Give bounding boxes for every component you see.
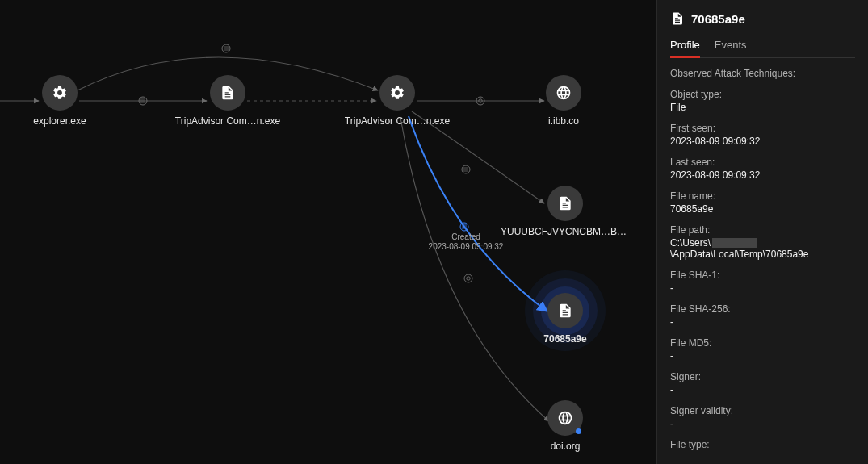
file-icon [670,11,685,26]
node-ibb[interactable]: i.ibb.co [499,75,628,127]
object-type-value: File [670,102,855,113]
node-label: i.ibb.co [548,115,579,127]
file-icon [547,293,583,328]
node-70685a9e[interactable]: 70685a9e [501,293,630,345]
file-icon [547,186,583,221]
signer-value: - [670,384,855,395]
signer-validity-value: - [670,418,855,429]
redacted-block [712,238,757,248]
file-md5-label: File MD5: [670,337,855,349]
edge-label-created: Created 2023-08-09 09:09:32 [429,232,504,252]
file-path-pre: C:\Users\ [670,237,711,249]
node-doi[interactable]: doi.org [501,400,630,452]
node-label: doi.org [551,441,581,452]
panel-header: 70685a9e [670,11,855,26]
node-label: TripAdvisor Com…n.exe [345,115,450,127]
first-seen-value: 2023-08-09 09:09:32 [670,136,855,147]
observed-attack-label: Observed Attack Techniques: [670,68,855,79]
signer-label: Signer: [670,371,855,382]
object-type-label: Object type: [670,89,855,100]
last-seen-label: Last seen: [670,157,855,168]
file-sha256-label: File SHA-256: [670,303,855,315]
file-sha1-value: - [670,282,855,294]
status-dot-icon [576,428,581,434]
globe-icon [547,400,583,436]
node-label: TripAdvisor Com…n.exe [175,115,280,127]
svg-point-10 [467,277,470,280]
process-icon [379,75,415,111]
file-path-label: File path: [670,224,855,236]
node-label: 70685a9e [543,333,586,345]
svg-point-9 [464,274,472,282]
tab-profile[interactable]: Profile [670,36,700,57]
node-label: YUUUBCFJVYCNCBM…BZLBL [501,226,630,237]
file-type-label: File type: [670,439,855,450]
edge-action: Created [429,232,504,242]
file-name-label: File name: [670,190,855,202]
file-md5-value: - [670,350,855,362]
process-graph[interactable]: Created 2023-08-09 09:09:32 explorer.exe… [0,0,656,464]
node-label: explorer.exe [33,115,86,127]
process-icon [42,75,78,111]
node-tripadvisor-2[interactable]: TripAdvisor Com…n.exe [333,75,462,127]
file-name-value: 70685a9e [670,203,855,215]
globe-icon [546,75,581,111]
node-yuuubcf[interactable]: YUUUBCFJVYCNCBM…BZLBL [501,186,630,237]
file-sha1-label: File SHA-1: [670,270,855,281]
first-seen-label: First seen: [670,123,855,134]
node-tripadvisor-1[interactable]: TripAdvisor Com…n.exe [163,75,292,127]
edge-timestamp: 2023-08-09 09:09:32 [429,242,504,252]
signer-validity-label: Signer validity: [670,405,855,416]
panel-tabs: Profile Events [670,36,855,58]
file-path-post: \AppData\Local\Temp\70685a9e [670,249,808,260]
details-panel: 70685a9e Profile Events Observed Attack … [656,0,868,464]
file-sha256-value: - [670,316,855,328]
tab-events[interactable]: Events [715,36,747,57]
file-icon [210,75,245,111]
panel-title: 70685a9e [691,12,745,26]
last-seen-value: 2023-08-09 09:09:32 [670,169,855,181]
file-path-value: C:\Users\\AppData\Local\Temp\70685a9e [670,237,855,260]
node-explorer[interactable]: explorer.exe [0,75,124,127]
